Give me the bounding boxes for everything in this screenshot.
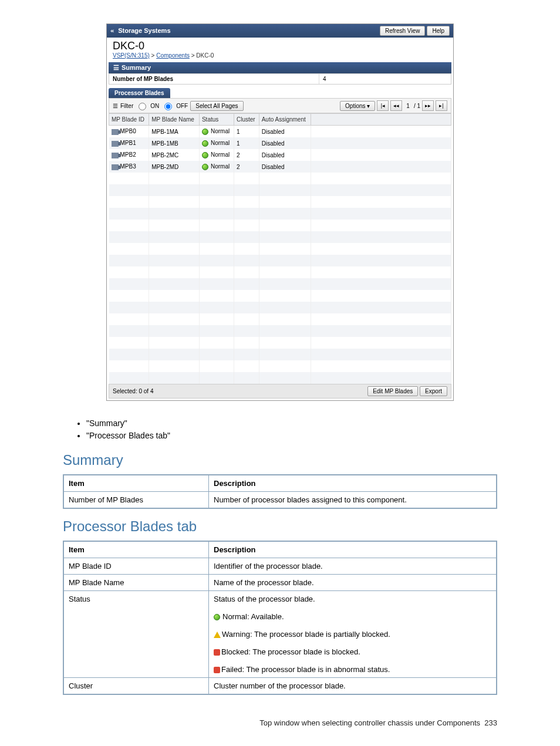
table-row: [109, 243, 451, 255]
status-normal-icon: [202, 164, 208, 170]
page-total: / 1: [414, 103, 420, 109]
table-footer: Selected: 0 of 4 Edit MP Blades Export: [109, 384, 451, 399]
heading-processor-blades-tab: Processor Blades tab: [63, 518, 497, 535]
table-row[interactable]: MPB0MPB-1MANormal1Disabled: [109, 126, 451, 138]
table-toolbar: ☰Filter ON OFF Select All Pages Options …: [109, 98, 451, 113]
blade-icon: [112, 153, 119, 158]
refresh-view-button[interactable]: Refresh View: [380, 26, 425, 36]
status-normal-icon: [202, 140, 208, 147]
col-mp-blade-id[interactable]: MP Blade ID: [109, 114, 149, 126]
blocked-icon: [214, 649, 220, 656]
col-status[interactable]: Status: [199, 114, 234, 126]
status-normal-icon: [202, 129, 208, 135]
table-row: [109, 337, 451, 349]
filter-off-radio[interactable]: [164, 103, 172, 110]
app-window: « Storage Systems Refresh View Help DKC-…: [106, 23, 454, 401]
normal-icon: [214, 614, 220, 620]
table-row[interactable]: MPB2MPB-2MCNormal2Disabled: [109, 149, 451, 161]
table-row: [109, 372, 451, 384]
page-prev-button[interactable]: ◂◂: [390, 100, 402, 111]
page-first-button[interactable]: |◂: [377, 100, 389, 111]
warning-icon: [214, 632, 221, 638]
table-row: [109, 220, 451, 231]
table-row: [109, 349, 451, 360]
bullet-summary: "Summary": [86, 418, 497, 428]
filter-toggle[interactable]: ☰Filter: [113, 103, 133, 109]
table-row: [109, 302, 451, 313]
edit-mp-blades-button[interactable]: Edit MP Blades: [367, 386, 418, 396]
table-row[interactable]: MPB3MPB-2MDNormal2Disabled: [109, 161, 451, 173]
bullet-processor-blades: "Processor Blades tab": [86, 431, 497, 440]
select-all-pages-button[interactable]: Select All Pages: [190, 101, 243, 111]
summary-row: Number of MP Blades 4: [109, 73, 451, 85]
table-row: [109, 208, 451, 220]
page-last-button[interactable]: ▸|: [436, 100, 447, 111]
options-dropdown[interactable]: Options ▾: [340, 101, 375, 111]
table-row: [109, 278, 451, 290]
export-button[interactable]: Export: [420, 386, 447, 396]
chevron-left-icon: «: [110, 27, 118, 35]
page-title: DKC-0: [107, 38, 453, 52]
breadcrumb-vsp[interactable]: VSP(S/N:315): [113, 52, 150, 59]
processor-blades-table: MP Blade ID MP Blade Name Status Cluster…: [109, 113, 451, 384]
documentation-section: "Summary" "Processor Blades tab" Summary…: [63, 418, 497, 695]
table-row: [109, 266, 451, 278]
heading-summary: Summary: [63, 452, 497, 468]
breadcrumb-components[interactable]: Components: [156, 52, 190, 59]
table-row: [109, 325, 451, 337]
table-row: [109, 290, 451, 302]
breadcrumb-current: DKC-0: [196, 52, 214, 59]
summary-value: 4: [319, 74, 330, 84]
page-number: 1: [404, 103, 412, 109]
page-footer: Top window when selecting controller cha…: [63, 718, 497, 727]
blade-icon: [112, 141, 119, 147]
col-cluster[interactable]: Cluster: [234, 114, 259, 126]
table-row: [109, 196, 451, 208]
col-spacer: [311, 114, 451, 126]
selected-count: Selected: 0 of 4: [113, 388, 154, 394]
table-row: [109, 173, 451, 184]
summary-table: ItemDescription Number of MP BladesNumbe…: [63, 474, 497, 509]
help-button[interactable]: Help: [427, 26, 450, 36]
col-auto-assignment[interactable]: Auto Assignment: [259, 114, 311, 126]
failed-icon: [214, 667, 220, 673]
summary-label: Number of MP Blades: [109, 74, 319, 84]
table-row: [109, 313, 451, 325]
page-next-button[interactable]: ▸▸: [422, 100, 434, 111]
col-mp-blade-name[interactable]: MP Blade Name: [149, 114, 200, 126]
table-row[interactable]: MPB1MPB-1MBNormal1Disabled: [109, 137, 451, 149]
filter-on-radio[interactable]: [139, 103, 146, 110]
blade-icon: [112, 129, 119, 135]
table-row: [109, 184, 451, 196]
table-row: [109, 231, 451, 243]
breadcrumb: VSP(S/N:315) > Components > DKC-0: [107, 52, 453, 62]
tab-processor-blades[interactable]: Processor Blades: [109, 88, 170, 98]
table-row: [109, 255, 451, 266]
blade-icon: [112, 164, 119, 170]
status-normal-icon: [202, 152, 208, 158]
table-row: [109, 360, 451, 372]
top-bar: « Storage Systems Refresh View Help: [107, 24, 453, 38]
back-storage-systems[interactable]: « Storage Systems: [110, 27, 171, 35]
summary-header[interactable]: ☰Summary: [109, 62, 451, 73]
collapse-icon: ☰: [113, 103, 118, 109]
processor-blades-doc-table: ItemDescription MP Blade IDIdentifier of…: [63, 541, 497, 695]
collapse-icon: ☰: [113, 64, 119, 72]
